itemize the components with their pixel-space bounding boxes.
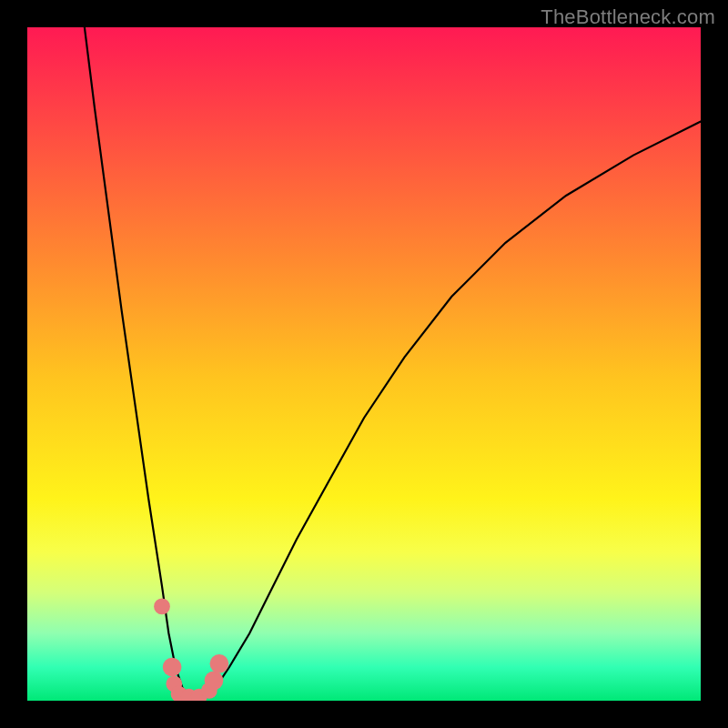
curve-marker — [154, 599, 170, 615]
plot-area — [27, 27, 701, 701]
chart-frame: TheBottleneck.com — [0, 0, 728, 728]
curve-markers — [154, 599, 228, 701]
curve-marker — [163, 658, 182, 677]
bottleneck-curve-svg — [27, 27, 701, 701]
curve-marker — [205, 671, 224, 690]
curve-marker — [210, 654, 229, 673]
watermark-text: TheBottleneck.com — [541, 5, 715, 29]
bottleneck-curve — [85, 27, 701, 697]
